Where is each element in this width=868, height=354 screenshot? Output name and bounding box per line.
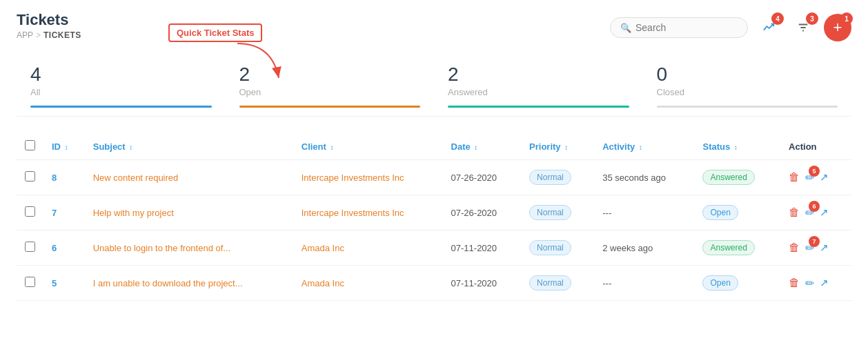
open-button-6[interactable]: ↗ — [820, 242, 829, 254]
row-checkbox-cell — [17, 195, 43, 230]
row-status-7: Open — [694, 195, 780, 230]
row-client-8: Intercape Investments Inc — [293, 160, 443, 195]
row-subject-5[interactable]: I am unable to download the project... — [85, 266, 293, 301]
row-subject-7[interactable]: Help with my project — [85, 195, 293, 230]
stat-open[interactable]: 2 Open — [226, 52, 435, 116]
row-checkbox-5[interactable] — [25, 277, 35, 287]
col-priority[interactable]: Priority ↕ — [521, 133, 594, 160]
row-action-6: 🗑 ✏ 7 ↗ — [780, 230, 851, 266]
row-activity-8: 35 seconds ago — [594, 160, 694, 195]
table-row: 6 Unable to login to the frontend of... … — [17, 230, 851, 266]
row-id-7[interactable]: 7 — [43, 195, 85, 230]
sort-status-icon: ↕ — [734, 144, 738, 151]
row-priority-6: Normal — [521, 230, 594, 266]
priority-badge-8: Normal — [529, 170, 571, 185]
col-status[interactable]: Status ↕ — [694, 133, 780, 160]
status-badge-8: Answered — [702, 170, 754, 185]
stat-all[interactable]: 4 All — [17, 52, 226, 116]
row-status-6: Answered — [694, 230, 780, 266]
breadcrumb: APP > TICKETS — [17, 30, 81, 40]
filter-badge: 3 — [806, 12, 818, 25]
row-activity-6: 2 weeks ago — [594, 230, 694, 266]
row-checkbox-8[interactable] — [25, 171, 35, 181]
row-date-5: 07-11-2020 — [443, 266, 522, 301]
breadcrumb-sep: > — [36, 30, 41, 40]
open-button-5[interactable]: ↗ — [820, 277, 829, 289]
breadcrumb-app: APP — [17, 30, 33, 40]
breadcrumb-current: TICKETS — [43, 30, 81, 40]
status-badge-7: Open — [702, 205, 738, 220]
table-row: 5 I am unable to download the project...… — [17, 266, 851, 301]
col-activity[interactable]: Activity ↕ — [594, 133, 694, 160]
row-status-5: Open — [694, 266, 780, 301]
row-subject-6[interactable]: Unable to login to the frontend of... — [85, 230, 293, 266]
row-client-7: Intercape Investments Inc — [293, 195, 443, 230]
col-id[interactable]: ID ↕ — [43, 133, 85, 160]
row-checkbox-cell — [17, 160, 43, 195]
stat-answered[interactable]: 2 Answered — [434, 52, 643, 116]
delete-button-6[interactable]: 🗑 — [789, 242, 800, 254]
sort-date-icon: ↕ — [474, 144, 477, 151]
row-activity-7: --- — [594, 195, 694, 230]
row-date-6: 07-11-2020 — [443, 230, 522, 266]
row-subject-8[interactable]: New content required — [85, 160, 293, 195]
col-date[interactable]: Date ↕ — [443, 133, 522, 160]
action-badge-8: 5 — [809, 166, 820, 177]
sort-priority-icon: ↕ — [564, 144, 568, 151]
delete-button-5[interactable]: 🗑 — [789, 277, 800, 289]
action-badge-6: 7 — [809, 236, 820, 247]
row-date-8: 07-26-2020 — [443, 160, 522, 195]
row-client-5: Amada Inc — [293, 266, 443, 301]
status-badge-5: Open — [702, 275, 738, 291]
header-actions: 🔍 4 3 — [610, 14, 851, 41]
row-priority-8: Normal — [521, 160, 594, 195]
page-title: Tickets — [17, 11, 81, 29]
row-activity-5: --- — [594, 266, 694, 301]
header-checkbox[interactable] — [17, 133, 43, 160]
stat-all-bar — [30, 106, 212, 108]
open-button-8[interactable]: ↗ — [820, 171, 829, 184]
stat-open-number: 2 — [239, 63, 421, 86]
select-all-checkbox[interactable] — [25, 140, 35, 150]
tickets-table: ID ↕ Subject ↕ Client ↕ Date ↕ — [17, 133, 851, 301]
action-badge-7: 6 — [809, 201, 820, 212]
stat-open-label: Open — [239, 87, 421, 97]
open-button-7[interactable]: ↗ — [820, 206, 829, 219]
search-input[interactable] — [635, 22, 738, 33]
row-action-8: 🗑 ✏ 5 ↗ — [780, 160, 851, 195]
delete-button-8[interactable]: 🗑 — [789, 171, 800, 184]
row-checkbox-cell — [17, 266, 43, 301]
stat-all-label: All — [30, 87, 212, 97]
row-client-6: Amada Inc — [293, 230, 443, 266]
stats-section: 4 All 2 Open 2 Answered 0 Closed — [17, 52, 851, 117]
row-checkbox-6[interactable] — [25, 242, 35, 252]
row-date-7: 07-26-2020 — [443, 195, 522, 230]
sort-activity-icon: ↕ — [639, 144, 642, 151]
row-checkbox-7[interactable] — [25, 206, 35, 217]
sort-id-icon: ↕ — [65, 144, 68, 151]
sort-subject-icon: ↕ — [129, 144, 132, 151]
stat-closed-bar — [657, 106, 838, 108]
quick-ticket-stats-tooltip: Quick Ticket Stats — [168, 23, 262, 42]
table-row: 8 New content required Intercape Investm… — [17, 160, 851, 195]
search-icon: 🔍 — [620, 23, 631, 33]
delete-button-7[interactable]: 🗑 — [789, 206, 800, 219]
priority-badge-5: Normal — [529, 275, 571, 291]
stat-answered-label: Answered — [448, 87, 629, 97]
col-subject[interactable]: Subject ↕ — [85, 133, 293, 160]
col-client[interactable]: Client ↕ — [293, 133, 443, 160]
sort-client-icon: ↕ — [331, 144, 334, 151]
table-header-row: ID ↕ Subject ↕ Client ↕ Date ↕ — [17, 133, 851, 160]
row-id-5[interactable]: 5 — [43, 266, 85, 301]
table-row: 7 Help with my project Intercape Investm… — [17, 195, 851, 230]
stat-all-number: 4 — [30, 63, 212, 86]
col-action: Action — [780, 133, 851, 160]
row-action-5: 🗑 ✏ ↗ — [780, 266, 851, 301]
tickets-table-section: ID ↕ Subject ↕ Client ↕ Date ↕ — [17, 133, 851, 301]
edit-button-5[interactable]: ✏ — [805, 277, 814, 290]
stat-closed[interactable]: 0 Closed — [643, 52, 852, 116]
row-id-8[interactable]: 8 — [43, 160, 85, 195]
search-box[interactable]: 🔍 — [610, 17, 748, 38]
row-action-7: 🗑 ✏ 6 ↗ — [780, 195, 851, 230]
row-id-6[interactable]: 6 — [43, 230, 85, 266]
